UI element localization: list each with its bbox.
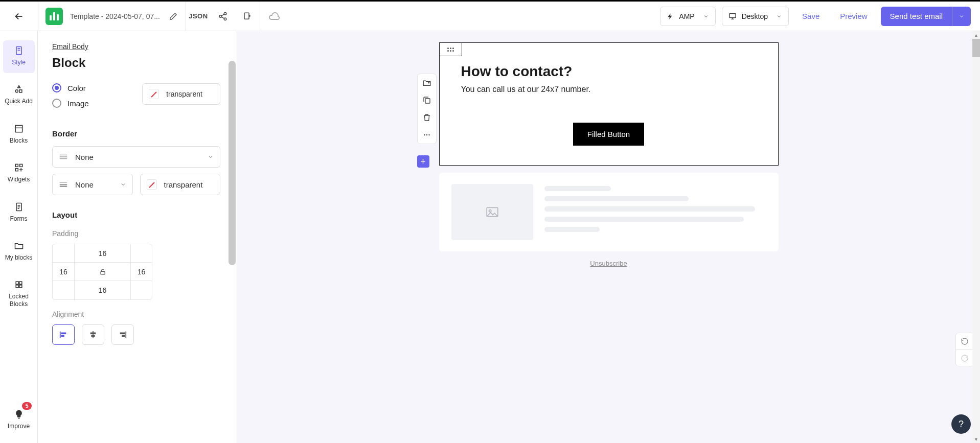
svg-rect-17 [100, 271, 104, 274]
svg-rect-3 [244, 13, 249, 19]
border-width-dropdown[interactable]: None [52, 174, 133, 195]
padding-bottom-input[interactable]: 16 [74, 281, 130, 299]
selected-block[interactable]: + How to contact? You can call us at our… [439, 42, 779, 166]
app-logo [45, 8, 63, 25]
svg-rect-18 [61, 333, 66, 335]
sidebar-item-blocks[interactable]: Blocks [3, 119, 35, 151]
svg-point-29 [489, 210, 491, 212]
redo-button[interactable] [956, 349, 973, 366]
drag-handle[interactable] [440, 43, 462, 56]
style-icon [14, 45, 24, 56]
panel-scrollbar[interactable] [229, 61, 236, 265]
background-color-picker[interactable]: transparent [142, 83, 220, 105]
svg-rect-14 [19, 282, 21, 285]
svg-rect-19 [61, 335, 64, 337]
preview-button[interactable]: Preview [833, 12, 874, 20]
send-test-button[interactable]: Send test email [881, 7, 971, 26]
sidebar-item-improve[interactable]: 5 Improve [3, 404, 35, 437]
unsubscribe-link[interactable]: Unsubscribe [439, 260, 779, 267]
svg-rect-15 [16, 285, 18, 288]
align-left-button[interactable] [52, 324, 75, 345]
sidebar-item-label: Locked Blocks [3, 293, 35, 308]
amp-selector[interactable]: AMP [660, 7, 715, 26]
sidebar-item-label: Forms [10, 215, 28, 222]
padding-lock-toggle[interactable] [74, 263, 130, 281]
alignment-label: Alignment [52, 310, 220, 318]
svg-rect-24 [425, 99, 430, 103]
sidebar-item-label: Quick Add [5, 98, 33, 105]
svg-rect-13 [16, 282, 18, 285]
undo-button[interactable] [956, 333, 973, 349]
improve-badge: 5 [22, 402, 31, 410]
app-header: Template - 2024-05-07, 07... JSON [0, 2, 980, 31]
padding-top-input[interactable]: 16 [74, 244, 130, 263]
sidebar-item-locked-blocks[interactable]: Locked Blocks [3, 274, 35, 315]
viewport-selector[interactable]: Desktop [722, 7, 789, 26]
padding-left-input[interactable]: 16 [53, 263, 74, 281]
image-placeholder-icon [451, 184, 533, 240]
scroll-up-arrow[interactable]: ▲ [972, 31, 980, 39]
save-block-button[interactable] [422, 78, 431, 87]
placeholder-block[interactable] [439, 173, 779, 251]
svg-rect-22 [120, 333, 125, 335]
filled-button[interactable]: Filled Button [573, 123, 644, 146]
sidebar-item-forms[interactable]: Forms [3, 197, 35, 229]
border-section-title: Border [52, 129, 220, 138]
border-color-picker[interactable]: transparent [140, 174, 221, 195]
json-button[interactable]: JSON [186, 2, 211, 31]
scroll-down-arrow[interactable]: ▼ [972, 435, 980, 443]
unlock-icon [99, 268, 106, 275]
save-button[interactable]: Save [795, 12, 827, 20]
border-style-icon [59, 153, 68, 160]
amp-label: AMP [679, 12, 694, 20]
forms-icon [14, 202, 24, 212]
radio-image[interactable] [52, 99, 61, 108]
edit-name-icon[interactable] [169, 12, 177, 20]
block-heading[interactable]: How to contact? [461, 63, 757, 80]
align-right-button[interactable] [111, 324, 134, 345]
padding-control: 16 16 16 16 [52, 244, 152, 300]
properties-panel: Email Body Block Color Image transp [38, 31, 237, 443]
chevron-down-icon [776, 13, 782, 19]
border-style-dropdown[interactable]: None [52, 146, 220, 168]
svg-rect-9 [15, 165, 18, 167]
back-button[interactable] [0, 2, 38, 31]
scroll-thumb[interactable] [972, 39, 980, 57]
breadcrumb-email-body[interactable]: Email Body [52, 42, 88, 51]
chevron-down-icon[interactable] [952, 13, 971, 19]
bulb-icon [14, 409, 24, 419]
svg-point-26 [426, 134, 427, 135]
chevron-down-icon [120, 181, 126, 188]
duplicate-button[interactable] [422, 96, 431, 105]
radio-color-label[interactable]: Color [67, 84, 86, 92]
chevron-down-icon [703, 13, 709, 19]
svg-point-2 [224, 18, 226, 20]
delete-button[interactable] [422, 113, 431, 122]
padding-label: Padding [52, 229, 220, 238]
add-block-button[interactable]: + [417, 155, 429, 168]
svg-rect-16 [19, 285, 21, 288]
padding-right-input[interactable]: 16 [130, 263, 152, 281]
share-button[interactable] [211, 2, 235, 31]
align-center-button[interactable] [82, 324, 104, 345]
block-paragraph[interactable]: You can call us at our 24x7 number. [461, 85, 757, 94]
canvas[interactable]: + How to contact? You can call us at our… [237, 31, 980, 443]
template-name[interactable]: Template - 2024-05-07, 07... [70, 12, 160, 20]
sidebar-item-widgets[interactable]: Widgets [3, 157, 35, 190]
radio-image-label[interactable]: Image [67, 99, 89, 108]
transparent-swatch-icon [149, 89, 159, 99]
export-button[interactable] [235, 2, 260, 31]
sidebar-item-label: Blocks [10, 137, 28, 144]
sidebar-item-label: Style [12, 59, 26, 66]
svg-point-1 [219, 15, 222, 17]
sidebar-item-my-blocks[interactable]: My blocks [3, 236, 35, 268]
canvas-scrollbar[interactable]: ▲ ▼ [972, 31, 980, 443]
svg-rect-20 [90, 333, 96, 335]
sidebar-item-label: Improve [8, 423, 30, 430]
help-button[interactable]: ? [951, 414, 971, 434]
sidebar-item-style[interactable]: Style [3, 40, 35, 73]
sync-status-icon [260, 10, 288, 22]
more-button[interactable] [422, 130, 431, 139]
sidebar-item-quick-add[interactable]: Quick Add [3, 79, 35, 112]
radio-color[interactable] [52, 83, 61, 92]
